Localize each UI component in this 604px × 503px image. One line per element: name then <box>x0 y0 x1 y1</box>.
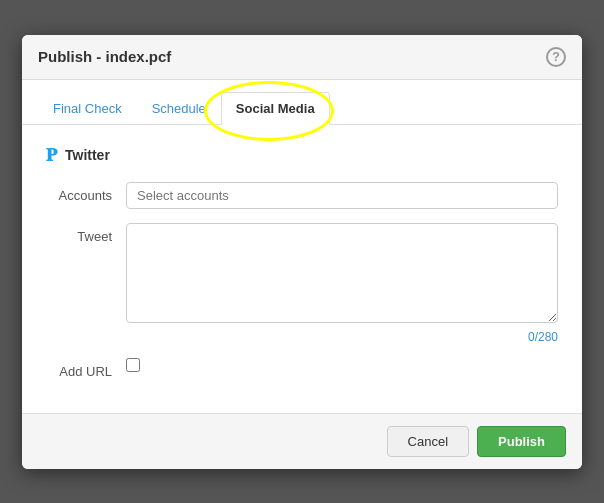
tweet-textarea[interactable] <box>126 223 558 323</box>
twitter-title: Twitter <box>65 147 110 163</box>
tab-bar: Final Check Schedule Social Media <box>22 80 582 125</box>
add-url-checkbox[interactable] <box>126 358 140 372</box>
accounts-field-wrapper <box>126 182 558 209</box>
accounts-input[interactable] <box>126 182 558 209</box>
publish-button[interactable]: Publish <box>477 426 566 457</box>
accounts-label: Accounts <box>46 182 126 203</box>
help-icon[interactable]: ? <box>546 47 566 67</box>
twitter-icon: 𝐏 <box>46 145 57 166</box>
modal-body: 𝐏 Twitter Accounts Tweet 0/280 Add URL <box>22 125 582 413</box>
modal-title: Publish - index.pcf <box>38 48 171 65</box>
publish-modal: Publish - index.pcf ? Final Check Schedu… <box>22 35 582 469</box>
tab-final-check[interactable]: Final Check <box>38 92 137 125</box>
add-url-wrapper <box>126 358 558 372</box>
twitter-section-title: 𝐏 Twitter <box>46 145 558 166</box>
tweet-field-wrapper: 0/280 <box>126 223 558 344</box>
tweet-label: Tweet <box>46 223 126 244</box>
accounts-row: Accounts <box>46 182 558 209</box>
tab-schedule[interactable]: Schedule <box>137 92 221 125</box>
cancel-button[interactable]: Cancel <box>387 426 469 457</box>
add-url-row: Add URL <box>46 358 558 379</box>
modal-header: Publish - index.pcf ? <box>22 35 582 80</box>
tab-social-media[interactable]: Social Media <box>221 92 330 125</box>
modal-footer: Cancel Publish <box>22 413 582 469</box>
char-count: 0/280 <box>126 330 558 344</box>
tweet-row: Tweet 0/280 <box>46 223 558 344</box>
add-url-label: Add URL <box>46 358 126 379</box>
